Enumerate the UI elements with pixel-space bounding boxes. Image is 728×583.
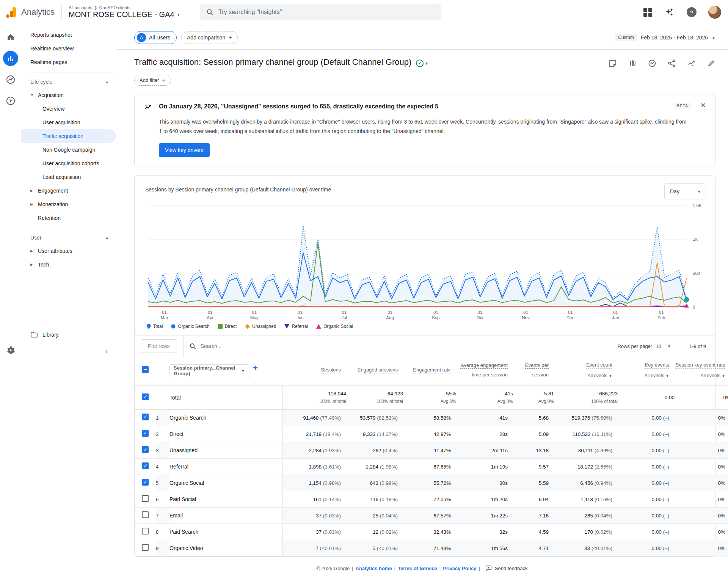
close-icon[interactable]: ✕ <box>700 101 706 110</box>
sidebar-item-lead-acquisition[interactable]: Lead acquisition <box>21 170 116 184</box>
rows-per-page-select[interactable]: 10▼ <box>656 343 671 349</box>
sidebar-item-tech[interactable]: ▶Tech <box>21 258 116 271</box>
global-search[interactable] <box>200 4 441 20</box>
all-events-select[interactable]: All events ▼ <box>675 371 725 380</box>
channel-name: Unassigned <box>169 442 282 459</box>
row-checkbox[interactable] <box>142 414 149 420</box>
table-search-input[interactable] <box>201 343 314 349</box>
table-row[interactable]: 7 Email 37 (0.03%) 25 (0.04%) 67.57% 1m … <box>135 508 728 524</box>
analytics-home-link[interactable]: Analytics home <box>356 566 392 571</box>
add-comparison-button[interactable]: Add comparison+ <box>181 31 238 44</box>
column-header[interactable]: Events per session <box>513 357 554 386</box>
sidebar-item-engagement[interactable]: ▶Engagement <box>21 184 116 197</box>
row-checkbox[interactable] <box>142 430 149 437</box>
share-icon[interactable] <box>668 59 676 67</box>
explore-icon[interactable] <box>3 72 18 87</box>
column-header[interactable]: Sessions <box>282 357 346 386</box>
column-header[interactable]: Average engagement time per session <box>456 357 513 386</box>
row-checkbox[interactable] <box>142 462 149 469</box>
sidebar-item-library[interactable]: Library <box>21 328 116 342</box>
row-checkbox[interactable] <box>142 446 149 453</box>
page-title[interactable]: Traffic acquisition: Session primary cha… <box>134 57 411 69</box>
advertising-icon[interactable] <box>3 93 18 108</box>
column-header[interactable]: Engagement rate <box>403 357 456 386</box>
sidebar-item-realtime-overview[interactable]: Realtime overview <box>21 42 116 55</box>
row-checkbox[interactable] <box>142 528 149 534</box>
svg-text:Sep: Sep <box>432 315 439 320</box>
account-breadcrumb[interactable]: All accounts❯Our SEO clients <box>69 5 180 10</box>
nav-group-user[interactable]: User▲ <box>21 231 116 244</box>
table-row[interactable]: 3 Unassigned 2,284 (1.93%) 262 (0.4%) 11… <box>135 442 728 459</box>
svg-text:01: 01 <box>298 310 303 315</box>
select-all-checkbox[interactable] <box>142 366 149 373</box>
privacy-link[interactable]: Privacy Policy <box>443 566 476 571</box>
row-checkbox[interactable] <box>142 544 149 551</box>
all-events-select[interactable]: All events ▼ <box>618 371 669 380</box>
dimension-select[interactable]: Session primary...Channel Group)▼ <box>169 364 249 377</box>
chevron-up-icon: ▲ <box>105 80 109 84</box>
column-header[interactable]: Key eventsAll events ▼ <box>618 357 675 386</box>
table-row[interactable]: 9 Organic Video 7 (<0.01%) 5 (<0.01%) 71… <box>135 540 728 556</box>
sidebar-item-user-attributes[interactable]: ▶User attributes <box>21 244 116 258</box>
date-preset-badge: Custom <box>615 34 637 41</box>
column-header[interactable]: Session key event rateAll events ▼ <box>675 357 728 386</box>
table-row[interactable]: 5 Organic Social 1,154 (0.98%) 643 (0.99… <box>135 475 728 491</box>
data-quality-badge[interactable]: ✓ ▼ <box>416 60 428 67</box>
sidebar-item-user-acquisition-cohorts[interactable]: User acquisition cohorts <box>21 157 116 170</box>
sidebar-item-overview[interactable]: Overview <box>21 102 116 116</box>
segment-chip-all-users[interactable]: A All Users <box>134 31 177 44</box>
table-row[interactable]: 1 Organic Search 91,468 (77.49%) 53,579 … <box>135 410 728 426</box>
row-checkbox[interactable] <box>142 479 149 486</box>
anomaly-detection-icon[interactable] <box>648 59 656 67</box>
apps-grid-icon[interactable] <box>642 7 653 17</box>
row-checkbox[interactable] <box>142 495 149 502</box>
date-range-picker[interactable]: Custom Feb 18, 2025 - Feb 18, 2026 ▼ <box>615 34 715 41</box>
sidebar-item-reports-snapshot[interactable]: Reports snapshot <box>21 28 116 42</box>
sidebar-item-retention[interactable]: Retention <box>21 211 116 225</box>
table-search[interactable] <box>190 343 618 349</box>
sidebar-item-traffic-acquisition[interactable]: Traffic acquisition <box>21 129 116 143</box>
notes-icon[interactable] <box>609 59 617 67</box>
global-search-input[interactable] <box>218 9 435 16</box>
legend-item-organic-search: Organic Search <box>171 324 209 329</box>
legend-item-unassigned: Unassigned <box>245 324 276 329</box>
time-series-chart[interactable]: 05001K1.5K01Mar01Apr01May01Jun01Jul01Aug… <box>135 199 715 323</box>
nav-group-life-cycle[interactable]: Life cycle▲ <box>21 75 116 88</box>
chevron-right-icon: ▶ <box>30 189 34 193</box>
table-row[interactable]: 2 Direct 21,719 (18.4%) 9,332 (14.37%) 4… <box>135 426 728 442</box>
reports-icon[interactable] <box>3 51 18 66</box>
sidebar-item-realtime-pages[interactable]: Realtime pages <box>21 55 116 69</box>
row-checkbox[interactable] <box>142 511 149 518</box>
table-row[interactable]: 4 Referral 1,898 (1.61%) 1,284 (1.98%) 6… <box>135 459 728 475</box>
edit-icon[interactable] <box>707 59 715 67</box>
table-row[interactable]: 8 Paid Search 37 (0.03%) 12 (0.02%) 32.4… <box>135 524 728 540</box>
sidebar-item-user-acquisition[interactable]: User acquisition <box>21 116 116 129</box>
svg-text:500: 500 <box>693 271 700 276</box>
plot-rows-button[interactable]: Plot rows <box>141 339 177 353</box>
sidebar-item-acquisition[interactable]: ▼Acquisition <box>21 88 116 102</box>
terms-link[interactable]: Terms of Service <box>398 566 437 571</box>
admin-gear-icon[interactable] <box>3 343 18 358</box>
add-filter-button[interactable]: Add filter+ <box>134 75 171 86</box>
pagination-range: 1-9 of 9 <box>689 343 706 349</box>
all-events-select[interactable]: All events ▼ <box>554 371 612 380</box>
granularity-select[interactable]: Day▼ <box>664 183 706 199</box>
compare-icon[interactable] <box>628 59 637 67</box>
property-selector[interactable]: MONT ROSE COLLEGE - GA4▼ <box>69 10 180 19</box>
column-header[interactable]: Event countAll events ▼ <box>554 357 618 386</box>
view-key-drivers-button[interactable]: View key drivers <box>159 143 210 157</box>
svg-text:01: 01 <box>477 310 482 315</box>
gemini-sparkle-icon[interactable] <box>664 7 675 17</box>
home-icon[interactable] <box>3 30 18 45</box>
sidebar-item-non-google-campaign[interactable]: Non Google campaign <box>21 143 116 157</box>
column-header[interactable]: Engaged sessions <box>346 357 403 386</box>
user-avatar[interactable] <box>708 6 721 19</box>
insights-icon[interactable] <box>687 59 696 67</box>
table-row[interactable]: 6 Paid Social 161 (0.14%) 116 (0.18%) 72… <box>135 491 728 508</box>
add-dimension-icon[interactable]: + <box>253 363 258 373</box>
send-feedback[interactable]: Send feedback <box>485 565 528 572</box>
nav-collapse-icon[interactable]: ‹ <box>105 347 108 355</box>
sidebar-item-monetization[interactable]: ▶Monetization <box>21 197 116 211</box>
help-icon[interactable]: ? <box>686 7 697 17</box>
row-checkbox[interactable] <box>142 393 149 400</box>
